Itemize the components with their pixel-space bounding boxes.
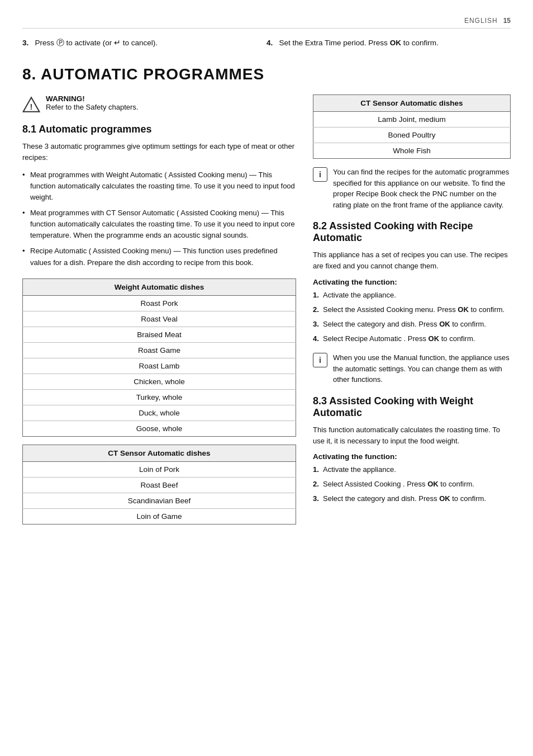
ct-sensor-table-left: CT Sensor Automatic dishes Loin of PorkR… (22, 445, 296, 525)
section-82-intro: This appliance has a set of recipes you … (313, 249, 511, 272)
ct-table-right-block: CT Sensor Automatic dishes Lamb Joint, m… (313, 94, 511, 159)
step3-text: Press Ⓟ to activate (or ↵ to cancel). (35, 39, 158, 47)
table-row: Boned Poultry (313, 127, 511, 143)
info-82-text: When you use the Manual function, the ap… (333, 352, 511, 385)
warning-box: ! WARNING! Refer to the Safety chapters. (22, 94, 296, 114)
table-row: Roast Veal (23, 311, 296, 327)
section-82-activating: Activating the function: (313, 278, 511, 286)
warning-icon: ! (22, 96, 40, 114)
section-82-steps: 1.Activate the appliance. 2.Select the A… (313, 290, 511, 345)
page-header: ENGLISH 15 (22, 17, 511, 29)
section-83-heading: 8.3 Assisted Cooking with Weight Automat… (313, 395, 511, 419)
table-row: Scandinavian Beef (23, 493, 296, 508)
info-icon-82: i (313, 353, 327, 367)
two-column-layout: ! WARNING! Refer to the Safety chapters.… (22, 94, 511, 532)
section-81-bullets: Meat programmes with Weight Automatic ( … (22, 169, 296, 268)
section-83-activating: Activating the function: (313, 452, 511, 461)
list-item: 3.Select the category and dish. Press OK… (313, 493, 511, 504)
section-81-heading: 8.1 Automatic programmes (22, 124, 296, 135)
table-row: Roast Lamb (23, 358, 296, 374)
list-item: 1.Activate the appliance. (313, 290, 511, 301)
list-item: 4.Select Recipe Automatic . Press OK to … (313, 333, 511, 344)
ct-table-right-header: CT Sensor Automatic dishes (313, 95, 511, 112)
section-81: 8.1 Automatic programmes These 3 automat… (22, 124, 296, 268)
warning-body: Refer to the Safety chapters. (46, 103, 138, 111)
list-item: 2.Select the Assisted Cooking menu. Pres… (313, 304, 511, 315)
section-81-intro: These 3 automatic programmes give optimu… (22, 141, 296, 163)
step4-num: 4. (266, 39, 273, 47)
warning-title: WARNING! (46, 94, 138, 103)
table-row: Roast Game (23, 342, 296, 358)
info-icon: i (313, 167, 327, 182)
table-row: Chicken, whole (23, 374, 296, 389)
section-82: 8.2 Assisted Cooking with Recipe Automat… (313, 220, 511, 385)
step4-text: Set the Extra Time period. Press OK to c… (279, 39, 439, 47)
main-heading: 8. AUTOMATIC PROGRAMMES (22, 65, 511, 83)
table-row: Braised Meat (23, 327, 296, 342)
table-row: Duck, whole (23, 405, 296, 420)
top-step-4: 4. Set the Extra Time period. Press OK t… (266, 37, 511, 49)
table-row: Lamb Joint, medium (313, 112, 511, 127)
list-item: 2.Select Assisted Cooking . Press OK to … (313, 479, 511, 490)
list-item: Meat programmes with Weight Automatic ( … (22, 169, 296, 203)
ct-sensor-table-right: CT Sensor Automatic dishes Lamb Joint, m… (313, 94, 511, 159)
section-82-heading: 8.2 Assisted Cooking with Recipe Automat… (313, 220, 511, 244)
weight-table-header: Weight Automatic dishes (23, 278, 296, 295)
table-row: Loin of Game (23, 508, 296, 524)
list-item: Recipe Automatic ( Assisted Cooking menu… (22, 245, 296, 268)
section-83: 8.3 Assisted Cooking with Weight Automat… (313, 395, 511, 505)
info-right-text: You can find the recipes for the automat… (333, 167, 511, 210)
top-step-3: 3. Press Ⓟ to activate (or ↵ to cancel). (22, 37, 266, 49)
table-row: Turkey, whole (23, 389, 296, 405)
info-box-right: i You can find the recipes for the autom… (313, 167, 511, 210)
step3-num: 3. (22, 39, 28, 47)
table-row: Roast Beef (23, 477, 296, 493)
left-column: ! WARNING! Refer to the Safety chapters.… (22, 94, 296, 532)
list-item: 3.Select the category and dish. Press OK… (313, 319, 511, 330)
table-row: Goose, whole (23, 420, 296, 436)
right-column: CT Sensor Automatic dishes Lamb Joint, m… (313, 94, 511, 514)
list-item: 1.Activate the appliance. (313, 464, 511, 475)
ct-table-left-header: CT Sensor Automatic dishes (23, 445, 296, 461)
table-row: Whole Fish (313, 143, 511, 159)
page-number: 15 (503, 17, 511, 25)
svg-text:!: ! (30, 102, 33, 111)
info-box-82: i When you use the Manual function, the … (313, 352, 511, 385)
weight-automatic-table: Weight Automatic dishes Roast PorkRoast … (22, 278, 296, 437)
section-83-intro: This function automatically calculates t… (313, 424, 511, 447)
page: ENGLISH 15 3. Press Ⓟ to activate (or ↵ … (0, 0, 533, 756)
language-label: ENGLISH (464, 17, 498, 25)
table-row: Loin of Pork (23, 461, 296, 477)
top-steps: 3. Press Ⓟ to activate (or ↵ to cancel).… (22, 37, 511, 49)
table-row: Roast Pork (23, 295, 296, 311)
section-83-steps: 1.Activate the appliance. 2.Select Assis… (313, 464, 511, 504)
list-item: Meat programmes with CT Sensor Automatic… (22, 207, 296, 241)
warning-text: WARNING! Refer to the Safety chapters. (46, 94, 138, 111)
